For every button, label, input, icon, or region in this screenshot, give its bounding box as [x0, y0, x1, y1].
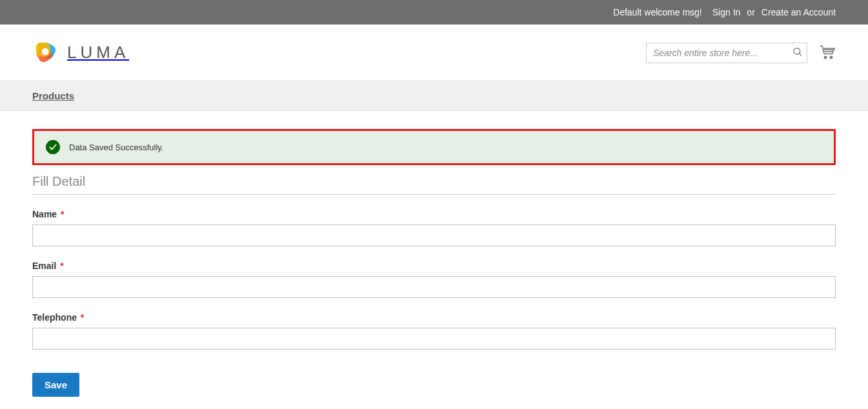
- label-telephone: Telephone *: [32, 312, 836, 323]
- label-email-text: Email: [32, 261, 56, 271]
- svg-point-5: [794, 48, 800, 54]
- search-input[interactable]: [646, 43, 807, 63]
- required-mark: *: [61, 209, 64, 219]
- save-button[interactable]: Save: [32, 373, 79, 397]
- search-form: [646, 43, 807, 63]
- create-account-link[interactable]: Create an Account: [762, 7, 836, 17]
- nav-bar: Products: [0, 81, 868, 111]
- required-mark: *: [81, 312, 84, 323]
- cart-link[interactable]: [819, 44, 836, 61]
- field-email: Email *: [32, 261, 836, 298]
- form-actions: Save: [32, 373, 836, 397]
- name-input[interactable]: [32, 224, 836, 246]
- svg-line-6: [799, 53, 802, 55]
- search-button[interactable]: [792, 46, 803, 59]
- success-message: Data Saved Successfully.: [34, 131, 834, 163]
- form-legend: Fill Detail: [32, 169, 836, 195]
- main-content: Data Saved Successfully. Fill Detail Nam…: [0, 129, 868, 397]
- luma-logo-icon: [32, 39, 58, 66]
- svg-point-8: [830, 56, 832, 58]
- panel-header: Default welcome msg! Sign In or Create a…: [0, 0, 868, 25]
- panel-links: Default welcome msg! Sign In or Create a…: [613, 7, 836, 17]
- label-email: Email *: [32, 261, 836, 271]
- sign-in-link[interactable]: Sign In: [712, 7, 741, 17]
- header-right: [646, 43, 836, 63]
- email-input[interactable]: [32, 276, 836, 298]
- label-telephone-text: Telephone: [32, 312, 77, 323]
- check-circle-icon: [46, 140, 60, 154]
- svg-point-7: [824, 56, 826, 58]
- logo-text: LUMA: [67, 43, 129, 63]
- welcome-message: Default welcome msg!: [613, 7, 702, 17]
- label-name: Name *: [32, 209, 836, 219]
- or-separator: or: [747, 7, 754, 17]
- field-name: Name *: [32, 209, 836, 246]
- search-icon: [792, 50, 803, 59]
- store-logo[interactable]: LUMA: [32, 39, 129, 66]
- field-telephone: Telephone *: [32, 312, 836, 350]
- telephone-input[interactable]: [32, 328, 836, 350]
- svg-point-4: [42, 48, 49, 55]
- nav-item-products[interactable]: Products: [32, 81, 74, 110]
- required-mark: *: [60, 261, 63, 271]
- label-name-text: Name: [32, 209, 57, 219]
- header-main: LUMA: [0, 25, 868, 81]
- cart-icon: [819, 51, 836, 61]
- success-highlight-box: Data Saved Successfully.: [32, 129, 836, 165]
- success-message-text: Data Saved Successfully.: [69, 143, 163, 152]
